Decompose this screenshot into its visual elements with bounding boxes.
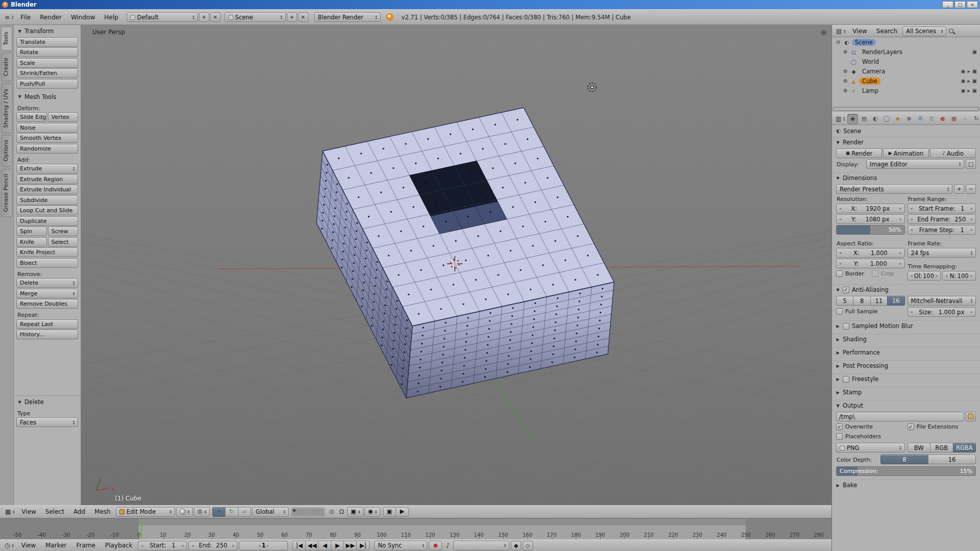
scrollbar-track[interactable]: [833, 107, 979, 111]
extrude-region-button[interactable]: Extrude Region: [16, 174, 78, 184]
bisect-button[interactable]: Bisect: [16, 258, 78, 268]
file-format-selector[interactable]: PNG: [836, 443, 905, 453]
editor-type-selector[interactable]: ≡: [3, 14, 15, 20]
world-tab[interactable]: ◯: [881, 114, 892, 124]
menu-frame[interactable]: Frame: [72, 540, 99, 551]
eye-icon[interactable]: ◉: [961, 88, 966, 93]
shrink-fatten-button[interactable]: Shrink/Fatten: [16, 68, 78, 78]
menu-window[interactable]: Window: [67, 10, 99, 24]
outliner-item-label[interactable]: Lamp: [859, 87, 881, 94]
render-presets-selector[interactable]: Render Presets: [836, 184, 952, 194]
file-extensions-checkbox[interactable]: [908, 423, 914, 430]
add-preset-button[interactable]: +: [954, 184, 964, 194]
render-audio-button[interactable]: ♪Audio: [930, 148, 976, 158]
object-tab[interactable]: ◆: [892, 114, 903, 124]
output-panel-header[interactable]: ▼Output: [832, 400, 980, 411]
layer-toggle[interactable]: [296, 509, 299, 512]
new-layout-button[interactable]: +: [199, 12, 209, 22]
manipulator-rotate-button[interactable]: ↻: [225, 507, 238, 517]
menu-help[interactable]: Help: [100, 10, 122, 24]
play-button[interactable]: ▶: [331, 541, 344, 550]
jump-previous-keyframe-button[interactable]: ◀◀: [305, 541, 318, 550]
bake-panel-header[interactable]: ▶Bake: [832, 480, 980, 490]
layer-toggle[interactable]: [302, 509, 305, 512]
repeat-last-button[interactable]: Repeat Last: [16, 319, 78, 329]
sync-mode-selector[interactable]: No Sync: [374, 541, 427, 550]
layer-toggle[interactable]: [296, 512, 299, 515]
layer-toggle[interactable]: [321, 512, 323, 515]
output-path-field[interactable]: /tmp\: [836, 412, 964, 421]
layer-toggle[interactable]: [305, 512, 308, 515]
frame-step-field[interactable]: Frame Step:1: [908, 225, 976, 235]
sampled-motion-blur-panel-header[interactable]: ▶Sampled Motion Blur: [832, 321, 980, 331]
outliner-row[interactable]: ⊕◆Camera◉▸▣: [832, 66, 980, 76]
outliner-row[interactable]: ⊕▤RenderLayers▣: [832, 47, 980, 57]
push-pull-button[interactable]: Push/Pull: [16, 79, 78, 89]
material-tab[interactable]: ●: [937, 114, 948, 124]
shelf-tab-create[interactable]: Create: [1, 53, 12, 82]
jump-to-end-button[interactable]: ▶|: [356, 541, 370, 550]
snap-toggle-button[interactable]: Ω: [337, 509, 346, 515]
aa-filter-selector[interactable]: Mitchell-Netravali: [908, 296, 976, 306]
layer-toggle[interactable]: [293, 512, 296, 515]
shading-panel-header[interactable]: ▶Shading: [832, 334, 980, 344]
render-button[interactable]: ▣Render: [836, 148, 882, 158]
resolution-y-field[interactable]: Y:1080 px: [836, 214, 905, 224]
editor-type-selector[interactable]: ▤: [834, 28, 847, 34]
color-depth-16-button[interactable]: 16: [928, 455, 976, 464]
remove-doubles-button[interactable]: Remove Doubles: [16, 299, 78, 309]
border-checkbox[interactable]: [836, 270, 843, 277]
vertex-button[interactable]: Vertex: [48, 112, 79, 122]
editor-type-selector[interactable]: ◷: [3, 542, 16, 548]
menu-marker[interactable]: Marker: [41, 540, 70, 551]
physics-tab[interactable]: ↻: [971, 114, 980, 124]
manipulator-translate-button[interactable]: +: [212, 507, 226, 517]
data-tab[interactable]: ▽: [926, 114, 937, 124]
start-frame-field[interactable]: Start:1: [138, 541, 187, 550]
menu-view[interactable]: View: [17, 506, 40, 518]
outliner-item-label[interactable]: Camera: [859, 68, 888, 75]
delete-panel-header[interactable]: ▼Delete: [14, 397, 81, 407]
render-panel-header[interactable]: ▼Render: [832, 137, 980, 147]
mode-selector[interactable]: Edit Mode: [116, 507, 175, 517]
knife-project-button[interactable]: Knife Project: [16, 247, 78, 257]
delete-keyframe-button[interactable]: ◇: [523, 541, 533, 550]
file-browse-button[interactable]: [966, 412, 976, 421]
current-frame-field[interactable]: 1: [239, 541, 288, 550]
layer-toggle[interactable]: [311, 512, 314, 515]
expander-icon[interactable]: ⊕: [842, 88, 848, 93]
aspect-x-field[interactable]: X:1.000: [836, 248, 905, 258]
layer-toggle[interactable]: [317, 509, 320, 512]
outliner-row[interactable]: ◯World: [832, 57, 980, 66]
menu-mesh[interactable]: Mesh: [90, 506, 115, 518]
overwrite-checkbox[interactable]: [836, 423, 843, 430]
extrude-individual-button[interactable]: Extrude Individual: [16, 185, 78, 194]
noise-button[interactable]: Noise: [16, 123, 78, 133]
keying-set-selector[interactable]: [453, 541, 509, 550]
channel-bw-button[interactable]: BW: [908, 443, 931, 453]
aa-sample-16-button[interactable]: 16: [887, 296, 904, 306]
menu-search[interactable]: Search: [872, 26, 901, 37]
proportional-editing-selector[interactable]: ◉: [364, 507, 380, 517]
spin-button[interactable]: Spin: [16, 227, 47, 236]
layer-toggle[interactable]: [314, 509, 317, 512]
pivot-point-selector[interactable]: ◎: [194, 507, 210, 517]
menu-add[interactable]: Add: [69, 506, 89, 518]
dimensions-panel-header[interactable]: ▼Dimensions: [832, 173, 980, 183]
manipulator-scale-button[interactable]: ▱: [238, 507, 251, 517]
aa-sample-11-button[interactable]: 11: [870, 296, 888, 306]
opengl-render-button[interactable]: ▣: [383, 507, 396, 517]
modifiers-tab[interactable]: ⚙: [915, 114, 925, 124]
performance-panel-header[interactable]: ▶Performance: [832, 347, 980, 358]
lock-button[interactable]: ⊙: [327, 509, 336, 515]
shelf-tab-tools[interactable]: Tools: [1, 27, 12, 51]
menu-file[interactable]: File: [16, 10, 35, 24]
camera-render-icon[interactable]: ▣: [972, 78, 977, 84]
expander-icon[interactable]: ⊕: [842, 78, 848, 84]
search-icon[interactable]: [948, 28, 955, 35]
crop-checkbox[interactable]: [872, 270, 878, 277]
camera-render-icon[interactable]: ▣: [972, 88, 977, 93]
channel-rgb-button[interactable]: RGB: [930, 443, 953, 453]
jump-to-start-button[interactable]: |◀: [292, 541, 306, 550]
menu-view[interactable]: View: [848, 26, 871, 37]
